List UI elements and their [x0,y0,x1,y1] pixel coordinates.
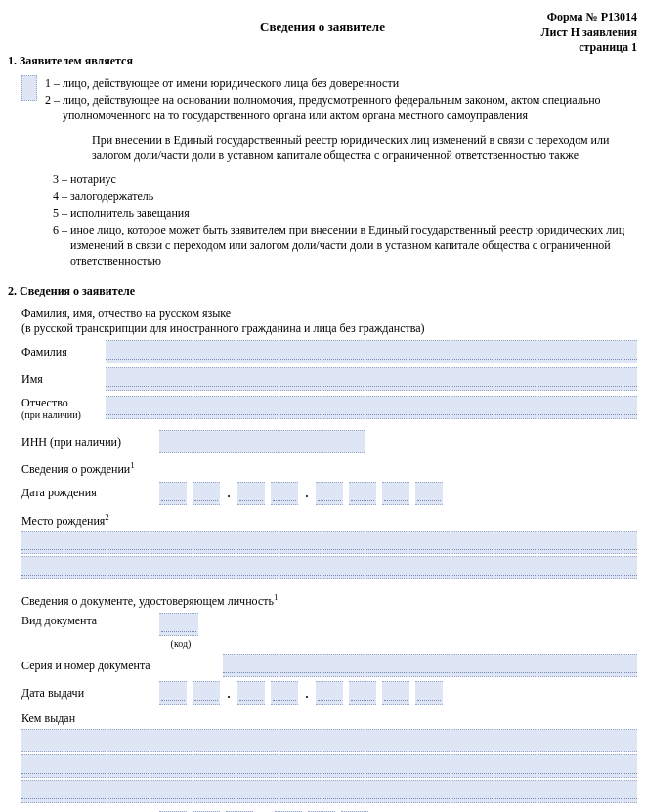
patronymic-input[interactable] [106,396,637,419]
opt6-text: иное лицо, которое может быть заявителем… [70,222,637,270]
doc-sn-label: Серия и номер документа [22,658,217,673]
dob-yr-1[interactable] [316,482,343,505]
opt5-num: 5 – [53,205,70,221]
doc-sn-input[interactable] [223,654,637,677]
issued-by-input-1[interactable] [22,729,637,752]
opt2-text: лицо, действующее на основании полномочи… [63,92,637,123]
opt3-num: 3 – [53,171,70,187]
issue-mon-1[interactable] [237,681,265,705]
issue-yr-3[interactable] [382,681,409,705]
issued-by-input-2[interactable] [22,754,637,778]
transition-note: При внесении в Единый государственный ре… [92,132,637,163]
name-input[interactable] [106,367,637,391]
issue-sep-2: . [304,682,310,704]
dob-sep-2: . [304,483,310,504]
doc-date-label: Дата выдачи [22,685,153,701]
doc-type-input[interactable] [159,613,198,636]
issue-yr-4[interactable] [415,681,443,705]
opt6-num: 6 – [53,222,70,270]
inn-input[interactable] [159,430,365,453]
surname-input[interactable] [106,340,637,363]
opt5-text: исполнитель завещания [70,205,637,221]
pob-label: Место рождения2 [22,511,637,529]
patronymic-note: (при наличии) [22,410,100,420]
surname-label: Фамилия [22,344,100,360]
issue-sep-1: . [226,682,232,704]
dob-day-2[interactable] [193,482,220,505]
name-label: Имя [22,371,100,387]
opt3-text: нотариус [70,171,637,187]
dob-yr-3[interactable] [382,482,409,505]
issue-yr-1[interactable] [316,681,343,705]
dob-yr-2[interactable] [349,482,376,505]
issue-yr-2[interactable] [349,681,376,705]
doc-type-label: Вид документа [22,613,153,628]
dob-day-1[interactable] [159,482,187,505]
inn-label: ИНН (при наличии) [22,434,153,449]
pob-input-1[interactable] [22,531,637,554]
issue-mon-2[interactable] [271,681,298,705]
dob-sep-1: . [226,483,232,504]
issued-by-label: Кем выдан [22,710,637,726]
dob-mon-2[interactable] [271,482,298,505]
section-2-heading: 2. Сведения о заявителе [8,283,637,299]
dob-yr-4[interactable] [415,482,443,505]
issued-by-input-3[interactable] [22,780,637,803]
pob-input-2[interactable] [22,556,637,579]
opt1-text: лицо, действующее от имени юридического … [63,75,637,91]
section-1-heading: 1. Заявителем является [8,53,637,68]
opt1-num: 1 – [45,75,63,91]
opt2-num: 2 – [45,92,63,123]
issue-day-1[interactable] [159,681,187,705]
birth-heading: Сведения о рождении1 [22,459,637,477]
applicant-type-input[interactable] [22,75,37,101]
dob-label: Дата рождения [22,485,153,500]
opt4-text: залогодержатель [70,189,637,204]
doc-heading: Сведения о документе, удостоверяющем лич… [22,591,637,609]
dob-mon-1[interactable] [237,482,265,505]
fio-sublabel: (в русской транскрипции для иностранного… [22,321,425,335]
doc-type-code-label: (код) [171,637,192,651]
opt4-num: 4 – [53,189,70,204]
fio-label: Фамилия, имя, отчество на русском языке [22,306,231,320]
patronymic-label: Отчество [22,395,100,410]
issue-day-2[interactable] [193,681,220,705]
